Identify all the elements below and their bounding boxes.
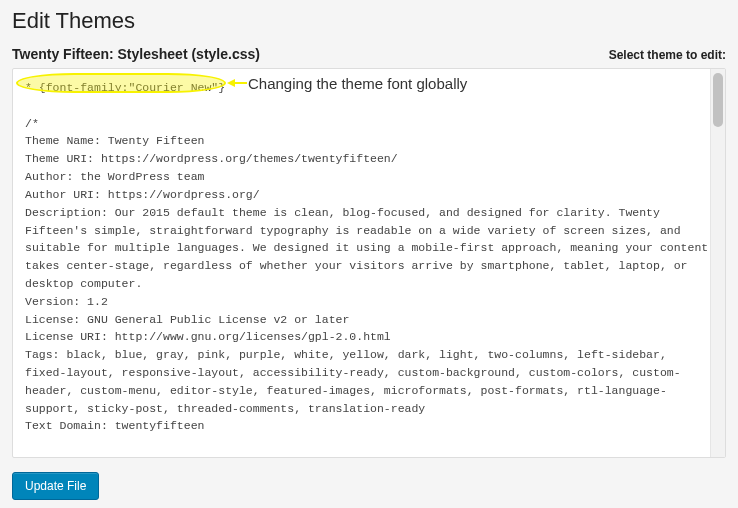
page-title: Edit Themes <box>12 8 726 34</box>
stylesheet-editor[interactable] <box>13 69 725 457</box>
select-theme-label: Select theme to edit: <box>609 48 726 62</box>
update-file-button[interactable]: Update File <box>12 472 99 500</box>
code-editor-container: Changing the theme font globally <box>12 68 726 458</box>
theme-file-label: Twenty Fifteen: Stylesheet (style.css) <box>12 46 260 62</box>
scrollbar-thumb[interactable] <box>713 73 723 127</box>
subheader-row: Twenty Fifteen: Stylesheet (style.css) S… <box>12 46 726 62</box>
